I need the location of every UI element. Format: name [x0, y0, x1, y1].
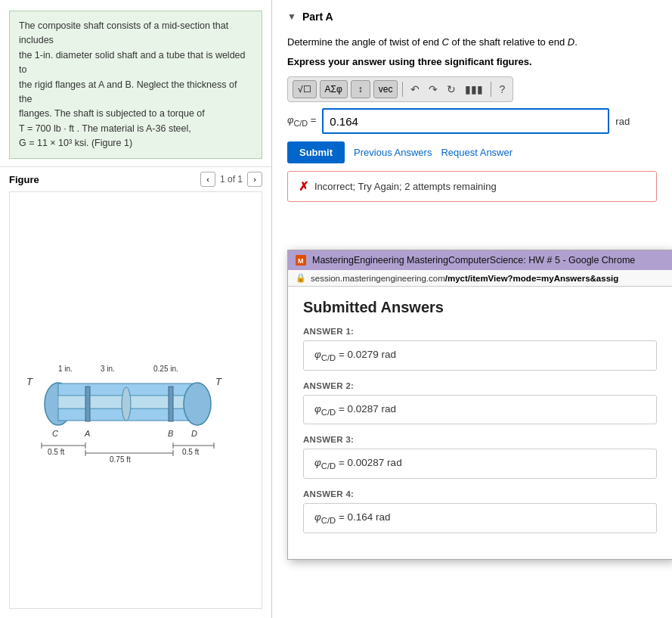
error-message: Incorrect; Try Again; 2 attempts remaini… [314, 181, 497, 192]
answer-unit: rad [615, 116, 630, 127]
svg-text:D: D [191, 429, 197, 438]
svg-text:T: T [26, 376, 33, 387]
answer-label: φC/D = [287, 114, 316, 128]
alpha-sigma-phi-button[interactable]: ΑΣφ [320, 80, 348, 98]
svg-text:M: M [298, 257, 304, 265]
problem-line4: flanges. The shaft is subjected to a tor… [19, 108, 205, 119]
svg-text:3 in.: 3 in. [101, 365, 115, 373]
previous-answers-link[interactable]: Previous Answers [354, 147, 432, 158]
answer4-box: φC/D = 0.164 rad [303, 503, 657, 533]
help-icon[interactable]: ? [496, 82, 508, 97]
left-panel: The composite shaft consists of a mid-se… [0, 0, 272, 618]
toolbar-separator [402, 82, 403, 97]
svg-text:A: A [84, 429, 90, 438]
svg-text:T: T [215, 376, 222, 387]
undo-icon[interactable]: ↶ [407, 82, 423, 97]
svg-text:0.5 ft: 0.5 ft [182, 448, 199, 456]
submit-button[interactable]: Submit [287, 141, 345, 163]
error-box: ✗ Incorrect; Try Again; 2 attempts remai… [287, 171, 657, 202]
svg-text:0.5 ft: 0.5 ft [48, 448, 64, 456]
redo-icon[interactable]: ↷ [426, 82, 441, 97]
problem-line5: T = 700 lb · ft . The material is A-36 s… [19, 123, 191, 134]
figure-title: Figure [9, 174, 39, 185]
svg-text:0.25 in.: 0.25 in. [153, 365, 178, 373]
answer4-label: ANSWER 4: [303, 489, 657, 498]
lock-icon: 🔒 [296, 273, 306, 283]
svg-rect-13 [169, 387, 173, 421]
error-icon: ✗ [299, 179, 308, 194]
svg-rect-11 [85, 387, 90, 421]
popup-content: Submitted Answers ANSWER 1: φC/D = 0.027… [288, 287, 672, 559]
popup-title-text: MasteringEngineering MasteringComputerSc… [312, 255, 635, 266]
question-line2: Express your answer using three signific… [287, 54, 657, 70]
svg-text:B: B [168, 429, 173, 438]
answer1-label: ANSWER 1: [303, 327, 657, 336]
vec-button[interactable]: vec [373, 80, 398, 98]
refresh-icon[interactable]: ↻ [444, 82, 459, 97]
answer-input[interactable] [322, 108, 609, 134]
answer2-label: ANSWER 2: [303, 381, 657, 390]
popup-heading: Submitted Answers [303, 299, 657, 316]
problem-statement: The composite shaft consists of a mid-se… [9, 11, 262, 159]
popup-titlebar: M MasteringEngineering MasteringComputer… [288, 250, 672, 270]
figure-page-indicator: 1 of 1 [220, 174, 243, 185]
answer1-box: φC/D = 0.0279 rad [303, 340, 657, 371]
question-line1: Determine the angle of twist of end C of… [287, 35, 657, 50]
answer2-box: φC/D = 0.0287 rad [303, 395, 657, 425]
problem-line2: the 1-in. diameter solid shaft and a tub… [19, 50, 246, 75]
svg-text:C: C [52, 429, 58, 438]
toolbar-separator2 [491, 82, 491, 97]
figure-prev-button[interactable]: ‹ [200, 172, 215, 187]
figure-section: Figure ‹ 1 of 1 › T C [0, 166, 271, 618]
part-header: ▼ Part A [287, 11, 657, 23]
problem-line6: G = 11 × 10³ ksi. (Figure 1) [19, 138, 132, 148]
submit-row: Submit Previous Answers Request Answer [287, 141, 657, 163]
popup-url: session.masteringengineering.com/myct/it… [311, 274, 618, 283]
problem-line3: the rigid flanges at A and B. Neglect th… [19, 79, 237, 104]
problem-line1: The composite shaft consists of a mid-se… [19, 20, 228, 45]
answer3-box: φC/D = 0.00287 rad [303, 449, 657, 479]
svg-text:0.75 ft: 0.75 ft [110, 455, 131, 464]
shaft-diagram: T C 1 in. 3 in. 0.25 in. [19, 325, 253, 476]
figure-next-button[interactable]: › [247, 172, 262, 187]
figure-header: Figure ‹ 1 of 1 › [0, 166, 271, 191]
svg-text:1 in.: 1 in. [58, 365, 73, 373]
collapse-arrow-icon[interactable]: ▼ [287, 11, 296, 22]
request-answer-link[interactable]: Request Answer [441, 147, 513, 158]
popup-favicon-icon: M [296, 255, 306, 266]
submitted-answers-popup: M MasteringEngineering MasteringComputer… [287, 250, 672, 560]
arrows-button[interactable]: ↕ [351, 80, 370, 98]
figure-image: T C 1 in. 3 in. 0.25 in. [9, 191, 262, 609]
math-toolbar: √☐ ΑΣφ ↕ vec ↶ ↷ ↻ ▮▮▮ ? [287, 76, 513, 102]
svg-point-10 [122, 387, 131, 421]
figure-nav: ‹ 1 of 1 › [200, 172, 262, 187]
svg-point-15 [184, 383, 211, 425]
part-label: Part A [302, 11, 333, 23]
popup-addressbar: 🔒 session.masteringengineering.com/myct/… [288, 270, 672, 287]
sqrt-button[interactable]: √☐ [293, 80, 317, 98]
answer3-label: ANSWER 3: [303, 435, 657, 444]
keyboard-icon[interactable]: ▮▮▮ [462, 82, 486, 97]
main-layout: The composite shaft consists of a mid-se… [0, 0, 672, 618]
answer-row: φC/D = rad [287, 108, 657, 134]
